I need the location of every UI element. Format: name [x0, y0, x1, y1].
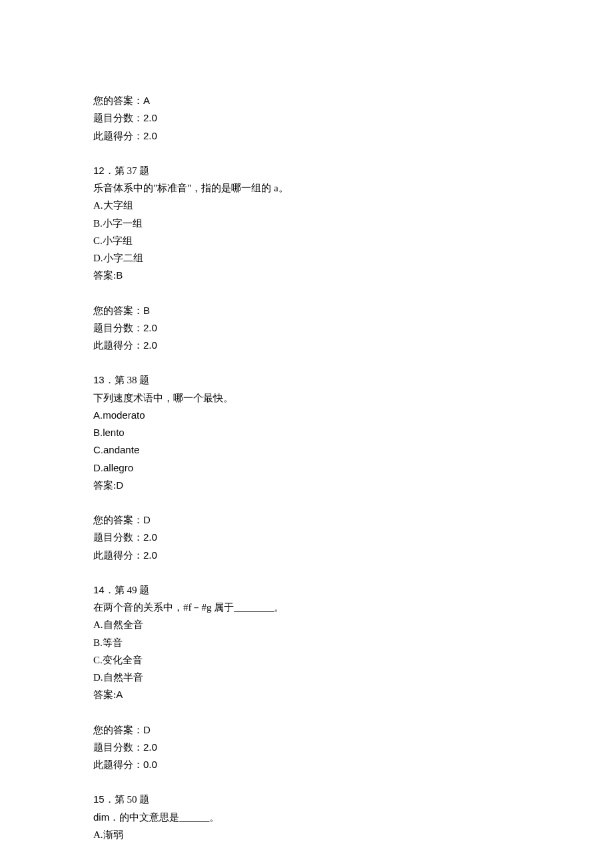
option-a: A.渐弱: [93, 826, 613, 843]
answer-line: 答案:B: [93, 267, 613, 284]
heading: 12．第 37 题: [93, 162, 613, 179]
index: 13．: [93, 374, 115, 385]
got-value: 2.0: [143, 130, 157, 141]
stem: 下列速度术语中，哪一个最快。: [93, 389, 613, 407]
q15: 15．第 50 题 dim．的中文意思是______。 A.渐弱: [93, 791, 613, 843]
score-value: 2.0: [143, 112, 157, 123]
q12-result: 您的答案：B 题目分数：2.0 此题得分：2.0: [93, 302, 613, 355]
got-value: 0.0: [143, 759, 157, 770]
q13-result: 您的答案：D 题目分数：2.0 此题得分：2.0: [93, 511, 613, 564]
score-line: 题目分数：2.0: [93, 109, 613, 127]
option-a: A.大字组: [93, 197, 613, 214]
title: 第 50 题: [115, 794, 150, 805]
stem-suffix: 的中文意思是______。: [119, 812, 219, 823]
title: 第 38 题: [115, 375, 150, 385]
option-c: C.变化全音: [93, 651, 613, 669]
answer-line: 答案:D: [93, 477, 613, 494]
got-line: 此题得分：2.0: [93, 337, 613, 354]
option-b: B.lento: [93, 424, 613, 441]
answer-value: B: [116, 269, 123, 281]
score-value: 2.0: [143, 531, 157, 543]
got-line: 此题得分：0.0: [93, 756, 613, 773]
option-d: D.allegro: [93, 459, 613, 477]
your-answer-label: 您的答案：: [93, 305, 143, 316]
stem: dim．的中文意思是______。: [93, 809, 613, 826]
title: 第 49 题: [115, 585, 150, 595]
option-d: D.自然半音: [93, 669, 613, 686]
heading: 13．第 38 题: [93, 371, 613, 389]
title: 第 37 题: [115, 165, 150, 176]
q13: 13．第 38 题 下列速度术语中，哪一个最快。 A.moderato B.le…: [93, 371, 613, 494]
q14-result: 您的答案：D 题目分数：2.0 此题得分：0.0: [93, 721, 613, 774]
got-label: 此题得分：: [93, 340, 143, 351]
your-answer-label: 您的答案：: [93, 95, 143, 106]
option-d: D.小字二组: [93, 249, 613, 267]
your-answer-value: D: [143, 514, 151, 525]
your-answer-value: B: [143, 305, 150, 316]
option-c: C.andante: [93, 441, 613, 459]
option-b: B.小字一组: [93, 215, 613, 232]
score-label: 题目分数：: [93, 742, 143, 753]
option-a: A.自然全音: [93, 616, 613, 633]
option-c: C.小字组: [93, 232, 613, 249]
your-answer-label: 您的答案：: [93, 515, 143, 525]
your-answer-value: D: [143, 724, 151, 735]
answer-value: A: [116, 689, 123, 700]
stem-prefix: dim．: [93, 811, 119, 823]
score-value: 2.0: [143, 322, 157, 333]
got-line: 此题得分：2.0: [93, 547, 613, 564]
your-answer-line: 您的答案：B: [93, 302, 613, 319]
answer-label: 答案:: [93, 480, 116, 491]
got-label: 此题得分：: [93, 131, 143, 141]
your-answer-line: 您的答案：A: [93, 92, 613, 109]
q14: 14．第 49 题 在两个音的关系中，#f－#g 属于________。 A.自…: [93, 581, 613, 704]
score-label: 题目分数：: [93, 113, 143, 123]
got-value: 2.0: [143, 549, 157, 561]
your-answer-label: 您的答案：: [93, 725, 143, 735]
q12: 12．第 37 题 乐音体系中的"标准音"，指的是哪一组的 a。 A.大字组 B…: [93, 162, 613, 285]
score-label: 题目分数：: [93, 532, 143, 543]
q11-result: 您的答案：A 题目分数：2.0 此题得分：2.0: [93, 92, 613, 145]
your-answer-line: 您的答案：D: [93, 721, 613, 739]
score-line: 题目分数：2.0: [93, 319, 613, 337]
score-line: 题目分数：2.0: [93, 739, 613, 756]
got-value: 2.0: [143, 339, 157, 351]
your-answer-value: A: [143, 95, 150, 106]
your-answer-line: 您的答案：D: [93, 511, 613, 529]
heading: 15．第 50 题: [93, 791, 613, 808]
option-b: B.等音: [93, 634, 613, 651]
index: 14．: [93, 584, 115, 595]
score-label: 题目分数：: [93, 323, 143, 333]
index: 12．: [93, 165, 115, 176]
got-label: 此题得分：: [93, 550, 143, 561]
option-a: A.moderato: [93, 407, 613, 424]
answer-value: D: [116, 479, 123, 491]
answer-label: 答案:: [93, 689, 116, 700]
index: 15．: [93, 793, 115, 805]
answer-line: 答案:A: [93, 686, 613, 703]
answer-label: 答案:: [93, 270, 116, 281]
stem: 乐音体系中的"标准音"，指的是哪一组的 a。: [93, 179, 613, 197]
got-label: 此题得分：: [93, 759, 143, 770]
score-line: 题目分数：2.0: [93, 529, 613, 546]
score-value: 2.0: [143, 741, 157, 753]
heading: 14．第 49 题: [93, 581, 613, 599]
got-line: 此题得分：2.0: [93, 127, 613, 145]
stem: 在两个音的关系中，#f－#g 属于________。: [93, 599, 613, 616]
